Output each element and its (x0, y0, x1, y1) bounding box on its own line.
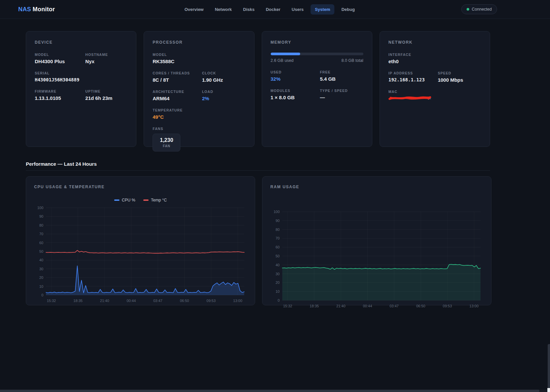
svg-text:20: 20 (39, 276, 43, 280)
svg-text:70: 70 (39, 232, 43, 236)
memory-fields: USED32%FREE5.4 GBMODULES1 × 8.0 GBTYPE /… (271, 70, 363, 100)
section-divider (26, 170, 490, 171)
field-value: Nyx (85, 59, 127, 64)
fan-tile: 1,230 FAN (153, 134, 180, 152)
field-label: SERIAL (35, 71, 79, 75)
mac-block: MAC (389, 90, 481, 102)
nav-tab-disks[interactable]: Disks (239, 4, 259, 15)
field-label: INTERFACE (389, 53, 432, 57)
svg-text:21:40: 21:40 (336, 304, 345, 308)
field-label: IP ADDRESS (389, 71, 432, 75)
field-label: HOSTNAME (85, 53, 127, 57)
app-title-accent: NAS (18, 6, 31, 13)
memory-progress-fill (271, 53, 300, 55)
svg-text:00:44: 00:44 (363, 304, 372, 308)
field-value: 2% (202, 96, 245, 101)
field-used: USED32% (271, 70, 314, 82)
svg-text:18:35: 18:35 (73, 299, 83, 303)
memory-card-title: MEMORY (271, 40, 363, 45)
legend-label: Temp °C (151, 198, 167, 202)
nav-tab-docker[interactable]: Docker (261, 4, 285, 15)
field-spacer (85, 71, 127, 82)
field-speed: SPEED1000 Mbps (438, 71, 481, 83)
memory-progress-caption: 2.6 GB used 8.0 GB total (271, 58, 363, 63)
horizontal-scrollbar-track[interactable] (0, 390, 550, 392)
field-label: CLOCK (202, 71, 245, 75)
field-architecture: ARCHITECTUREARM64 (153, 90, 196, 101)
field-label: SPEED (438, 71, 481, 75)
svg-text:80: 80 (39, 223, 43, 227)
vertical-scrollbar-thumb[interactable] (548, 344, 550, 388)
field-value: 192.168.1.123 (389, 77, 432, 82)
field-value: DH4300 Plus (35, 59, 79, 64)
field-firmware: FIRMWARE1.13.1.0105 (35, 89, 79, 101)
svg-text:06:50: 06:50 (416, 304, 426, 308)
legend-item-cpu-: CPU % (114, 198, 135, 202)
svg-text:90: 90 (39, 214, 43, 218)
nav-tab-network[interactable]: Network (210, 4, 236, 15)
field-serial: SERIALH43001J56H304889 (35, 71, 79, 82)
app-title-rest: Monitor (33, 6, 55, 13)
network-card-title: NETWORK (389, 40, 481, 45)
nav-tab-overview[interactable]: Overview (180, 4, 208, 15)
scrollbar-corner (547, 388, 550, 392)
legend-swatch-icon (143, 199, 149, 201)
cpu-chart-title: CPU USAGE & TEMPERATURE (34, 185, 247, 189)
field-value: 1 × 8.0 GB (271, 95, 314, 100)
field-value: 1.90 GHz (202, 77, 245, 83)
svg-text:60: 60 (276, 245, 280, 249)
status-label: Connected (472, 7, 492, 12)
field-label: MODEL (35, 53, 79, 57)
svg-text:100: 100 (37, 206, 43, 210)
memory-used-label: 2.6 GB used (271, 58, 294, 63)
processor-card-title: PROCESSOR (153, 40, 245, 45)
processor-fields: MODELRK3588CCORES / THREADS8C / 8TCLOCK1… (153, 53, 245, 120)
field-spacer (438, 53, 481, 64)
legend-label: CPU % (122, 198, 135, 202)
svg-text:03:47: 03:47 (390, 304, 399, 308)
svg-text:06:50: 06:50 (180, 299, 189, 303)
info-cards-row: DEVICE MODELDH4300 PlusHOSTNAMENyxSERIAL… (26, 31, 490, 147)
svg-text:00:44: 00:44 (127, 299, 136, 303)
svg-text:100: 100 (274, 210, 280, 214)
field-label: USED (271, 70, 314, 74)
field-model: MODELRK3588C (153, 53, 196, 64)
svg-text:30: 30 (39, 267, 43, 271)
device-fields: MODELDH4300 PlusHOSTNAMENyxSERIALH43001J… (35, 53, 127, 101)
horizontal-scrollbar-thumb[interactable] (0, 390, 539, 392)
field-value: ARM64 (153, 96, 196, 101)
svg-text:40: 40 (276, 263, 280, 267)
nav-tab-system[interactable]: System (310, 4, 334, 15)
field-value: RK3588C (153, 59, 196, 64)
svg-text:50: 50 (276, 254, 280, 258)
main-nav: OverviewNetworkDisksDockerUsersSystemDeb… (180, 0, 359, 19)
field-modules: MODULES1 × 8.0 GB (271, 89, 314, 100)
field-temperature: TEMPERATURE49°C (153, 108, 196, 120)
field-type-speed: TYPE / SPEED— (320, 89, 363, 100)
field-value: 1000 Mbps (438, 77, 481, 83)
field-value: eth0 (389, 59, 432, 64)
svg-text:13:00: 13:00 (470, 304, 479, 308)
ram-chart-spacer (270, 197, 483, 208)
connection-status-badge: Connected (461, 4, 497, 14)
field-value: 32% (271, 76, 314, 82)
field-label: TEMPERATURE (153, 108, 196, 112)
field-value: H43001J56H304889 (35, 77, 79, 82)
svg-text:03:47: 03:47 (153, 299, 162, 303)
field-label: UPTIME (85, 89, 127, 93)
svg-text:60: 60 (39, 241, 43, 245)
nav-tab-users[interactable]: Users (287, 4, 308, 15)
legend-swatch-icon (114, 199, 119, 201)
network-fields: INTERFACEeth0IP ADDRESS192.168.1.123SPEE… (389, 53, 481, 83)
nav-tab-debug[interactable]: Debug (337, 4, 359, 15)
fans-label: FANS (153, 127, 245, 131)
svg-text:15:32: 15:32 (283, 304, 292, 308)
field-hostname: HOSTNAMENyx (85, 53, 127, 64)
field-value: — (320, 95, 363, 100)
svg-text:50: 50 (39, 249, 43, 253)
field-label: MODULES (271, 89, 314, 93)
field-label: LOAD (202, 90, 245, 94)
field-label: FIRMWARE (35, 89, 79, 93)
field-label: TYPE / SPEED (320, 89, 363, 93)
field-ip-address: IP ADDRESS192.168.1.123 (389, 71, 432, 83)
